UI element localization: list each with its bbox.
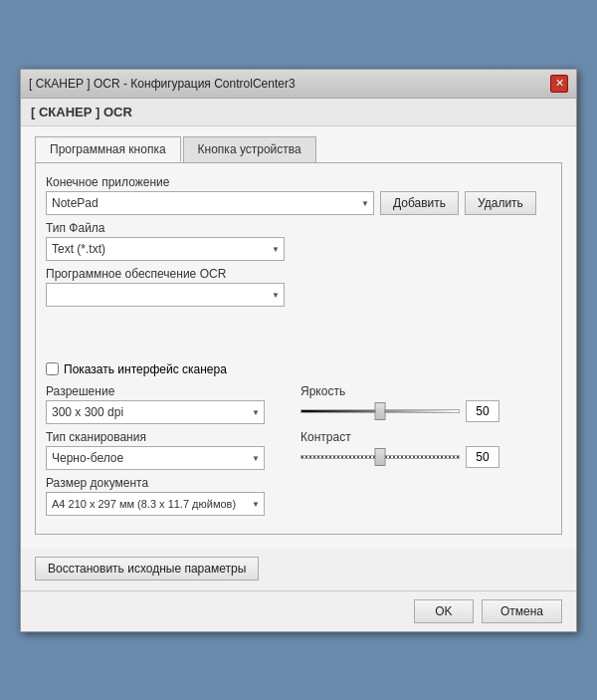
doc-size-group: Размер документа A4 210 x 297 мм (8.3 x … — [46, 476, 285, 516]
brightness-value: 50 — [466, 400, 499, 422]
scan-type-label: Тип сканирования — [46, 430, 285, 444]
show-scanner-label: Показать интерфейс сканера — [64, 362, 227, 376]
resolution-group: Разрешение 300 x 300 dpi — [46, 384, 285, 424]
brightness-group: Яркость 50 — [300, 384, 551, 422]
contrast-thumb[interactable] — [375, 448, 386, 466]
end-application-row: NotePad Добавить Удалить — [46, 191, 551, 215]
show-scanner-row: Показать интерфейс сканера — [46, 362, 551, 376]
ocr-software-wrapper — [46, 283, 285, 307]
scan-type-group: Тип сканирования Черно-белое — [46, 430, 285, 470]
end-application-wrapper: NotePad — [46, 191, 374, 215]
file-type-select[interactable]: Text (*.txt) — [46, 237, 285, 261]
main-content: Программная кнопка Кнопка устройства Кон… — [21, 126, 576, 549]
cancel-button[interactable]: Отмена — [482, 599, 562, 623]
brightness-label: Яркость — [300, 384, 551, 398]
add-button[interactable]: Добавить — [380, 191, 459, 215]
contrast-row: 50 — [300, 446, 551, 468]
spacer1 — [46, 313, 551, 352]
show-scanner-checkbox[interactable] — [46, 362, 59, 375]
remove-button[interactable]: Удалить — [465, 191, 536, 215]
contrast-bg — [300, 455, 460, 459]
tab-bar: Программная кнопка Кнопка устройства — [35, 136, 562, 162]
ocr-software-group: Программное обеспечение OCR — [46, 267, 551, 307]
title-bar: [ СКАНЕР ] OCR - Конфигурация ControlCen… — [21, 70, 576, 99]
doc-size-label: Размер документа — [46, 476, 285, 490]
brightness-thumb[interactable] — [375, 402, 386, 420]
scan-type-select[interactable]: Черно-белое — [46, 446, 265, 470]
brightness-track — [300, 403, 460, 419]
main-window: [ СКАНЕР ] OCR - Конфигурация ControlCen… — [20, 69, 577, 632]
tab-device[interactable]: Кнопка устройства — [183, 136, 316, 162]
window-title: [ СКАНЕР ] OCR - Конфигурация ControlCen… — [29, 77, 296, 91]
contrast-track — [300, 449, 460, 465]
doc-size-wrapper: A4 210 x 297 мм (8.3 x 11.7 дюймов) — [46, 492, 265, 516]
brightness-row: 50 — [300, 400, 551, 422]
contrast-group: Контраст 50 — [300, 430, 551, 468]
contrast-label: Контраст — [300, 430, 551, 444]
left-column: Разрешение 300 x 300 dpi Тип сканировани… — [46, 384, 285, 522]
tab-program[interactable]: Программная кнопка — [35, 136, 181, 162]
ocr-software-select[interactable] — [46, 283, 285, 307]
file-type-wrapper: Text (*.txt) — [46, 237, 285, 261]
header-bar: [ СКАНЕР ] OCR — [21, 99, 576, 126]
end-application-group: Конечное приложение NotePad Добавить Уда… — [46, 175, 551, 215]
resolution-select[interactable]: 300 x 300 dpi — [46, 400, 265, 424]
header-text: [ СКАНЕР ] OCR — [31, 105, 132, 119]
ocr-software-label: Программное обеспечение OCR — [46, 267, 551, 281]
brightness-bg — [300, 409, 460, 413]
right-column: Яркость 50 Контраст — [300, 384, 551, 476]
end-application-label: Конечное приложение — [46, 175, 551, 189]
file-type-group: Тип Файла Text (*.txt) — [46, 221, 551, 261]
bottom-bar: Восстановить исходные параметры — [21, 549, 576, 590]
ok-button[interactable]: OK — [414, 599, 474, 623]
close-button[interactable]: ✕ — [550, 75, 568, 93]
resolution-wrapper: 300 x 300 dpi — [46, 400, 265, 424]
footer-buttons: OK Отмена — [21, 590, 576, 631]
scan-type-wrapper: Черно-белое — [46, 446, 265, 470]
end-application-select[interactable]: NotePad — [46, 191, 374, 215]
file-type-label: Тип Файла — [46, 221, 551, 235]
restore-button[interactable]: Восстановить исходные параметры — [35, 557, 259, 581]
contrast-value: 50 — [466, 446, 499, 468]
tab-content: Конечное приложение NotePad Добавить Уда… — [35, 162, 562, 535]
doc-size-select[interactable]: A4 210 x 297 мм (8.3 x 11.7 дюймов) — [46, 492, 265, 516]
two-col-section: Разрешение 300 x 300 dpi Тип сканировани… — [46, 384, 551, 522]
resolution-label: Разрешение — [46, 384, 285, 398]
